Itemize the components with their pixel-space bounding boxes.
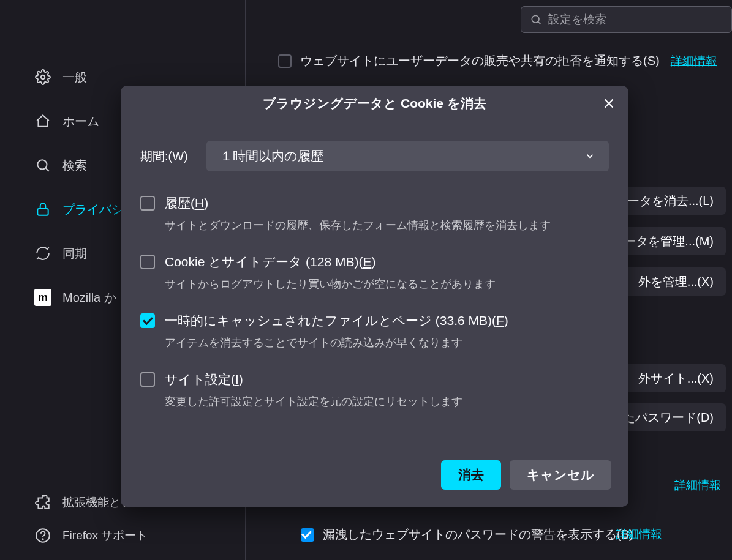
svg-point-0 — [41, 75, 45, 80]
mozilla-icon: m — [34, 289, 51, 306]
bg-breach-row: 漏洩したウェブサイトのパスワードの警告を表示する(B) — [301, 526, 633, 543]
search-placeholder: 設定を検索 — [548, 12, 606, 28]
clear-option-row: サイト設定(I)変更した許可設定とサイト設定を元の設定にリセットします — [140, 371, 609, 409]
dialog-header: ブラウジングデータと Cookie を消去 — [121, 86, 628, 121]
time-range-row: 期間:(W) １時間以内の履歴 — [140, 141, 609, 171]
option-text: Cookie とサイトデータ (128 MB)(E)サイトからログアウトしたり買… — [165, 253, 609, 291]
sidebar-item-label: 同期 — [62, 245, 87, 262]
clear-option-row: 履歴(H)サイトとダウンロードの履歴、保存したフォーム情報と検索履歴を消去します — [140, 195, 609, 233]
checkbox[interactable] — [140, 196, 155, 211]
clear-option-row: 一時的にキャッシュされたファイルとページ (33.6 MB)(F)アイテムを消去… — [140, 312, 609, 350]
sidebar-item-label: 検索 — [62, 157, 87, 174]
sidebar-item-label: Mozilla か — [62, 289, 116, 306]
clear-data-dialog: ブラウジングデータと Cookie を消去 期間:(W) １時間以内の履歴 履歴… — [121, 86, 628, 507]
option-description: サイトからログアウトしたり買い物かごが空になることがあります — [165, 277, 609, 291]
option-title: サイト設定(I) — [165, 371, 609, 388]
puzzle-icon — [34, 494, 51, 511]
svg-point-4 — [42, 539, 43, 539]
dialog-footer: 消去 キャンセル — [121, 460, 628, 507]
manage-data-button[interactable]: ータを管理...(M) — [611, 227, 726, 255]
search-icon — [34, 157, 51, 174]
time-range-value: １時間以内の履歴 — [220, 147, 323, 165]
more-info-link[interactable]: 詳細情報 — [671, 53, 717, 69]
settings-search-input[interactable]: 設定を検索 — [521, 6, 732, 33]
sidebar-item-label: プライバシ — [62, 201, 124, 218]
clear-data-button[interactable]: ータを消去...(L) — [611, 187, 726, 215]
more-info-link[interactable]: 詳細情報 — [616, 526, 662, 542]
sync-icon — [34, 245, 51, 262]
close-icon — [602, 97, 616, 110]
option-title: Cookie とサイトデータ (128 MB)(E) — [165, 253, 609, 271]
side-button-group: ータを消去...(L) ータを管理...(M) 外を管理...(X) — [611, 187, 726, 296]
checkbox-checked[interactable] — [140, 313, 155, 328]
option-title: 履歴(H) — [165, 195, 609, 212]
option-text: サイト設定(I)変更した許可設定とサイト設定を元の設定にリセットします — [165, 371, 609, 409]
checkbox[interactable] — [278, 54, 292, 68]
checkbox[interactable] — [140, 255, 155, 269]
close-button[interactable] — [599, 94, 619, 113]
option-description: アイテムを消去することでサイトの読み込みが早くなります — [165, 335, 609, 350]
svg-point-5 — [532, 15, 539, 23]
time-range-select[interactable]: １時間以内の履歴 — [206, 141, 609, 171]
sidebar-item-label: Firefox サポート — [62, 528, 148, 543]
dialog-body: 期間:(W) １時間以内の履歴 履歴(H)サイトとダウンロードの履歴、保存したフ… — [121, 121, 628, 460]
more-info-link[interactable]: 詳細情報 — [674, 477, 721, 493]
chevron-down-icon — [584, 151, 595, 162]
clear-option-row: Cookie とサイトデータ (128 MB)(E)サイトからログアウトしたり買… — [140, 253, 609, 291]
svg-point-1 — [37, 160, 47, 169]
gear-icon — [34, 69, 51, 86]
option-description: 変更した許可設定とサイト設定を元の設定にリセットします — [165, 394, 609, 409]
bg-top-setting-label: ウェブサイトにユーザーデータの販売や共有の拒否を通知する(S) — [300, 53, 660, 69]
dialog-title: ブラウジングデータと Cookie を消去 — [263, 95, 486, 112]
svg-rect-2 — [37, 209, 48, 215]
bg-breach-label: 漏洩したウェブサイトのパスワードの警告を表示する(B) — [323, 526, 633, 543]
search-icon — [530, 13, 542, 26]
cancel-button[interactable]: キャンセル — [510, 460, 611, 490]
lock-icon — [34, 201, 51, 218]
clear-button[interactable]: 消去 — [441, 460, 501, 490]
option-text: 一時的にキャッシュされたファイルとページ (33.6 MB)(F)アイテムを消去… — [165, 312, 609, 350]
sidebar-item-label: 一般 — [62, 69, 87, 86]
time-range-label: 期間:(W) — [140, 148, 195, 165]
sidebar-item-support[interactable]: Firefox サポート — [34, 521, 230, 550]
checkbox[interactable] — [140, 372, 155, 387]
bg-top-setting-row: ウェブサイトにユーザーデータの販売や共有の拒否を通知する(S) 詳細情報 — [278, 53, 732, 69]
option-description: サイトとダウンロードの履歴、保存したフォーム情報と検索履歴を消去します — [165, 218, 609, 233]
manage-exceptions-button[interactable]: 外を管理...(X) — [611, 267, 726, 296]
option-title: 一時的にキャッシュされたファイルとページ (33.6 MB)(F) — [165, 312, 609, 329]
help-icon — [34, 527, 51, 544]
option-text: 履歴(H)サイトとダウンロードの履歴、保存したフォーム情報と検索履歴を消去します — [165, 195, 609, 233]
home-icon — [34, 113, 51, 130]
checkbox-checked[interactable] — [301, 528, 314, 542]
sidebar-item-label: ホーム — [62, 113, 99, 130]
